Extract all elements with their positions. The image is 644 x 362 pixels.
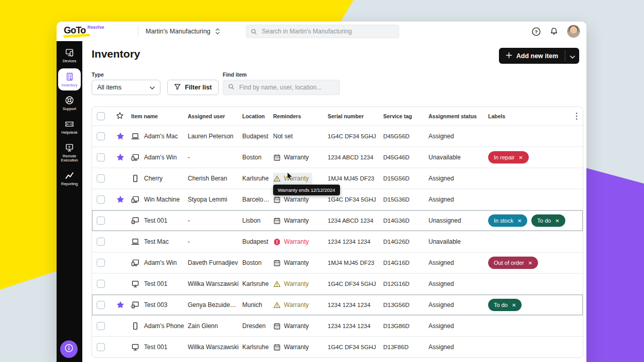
service-tag-cell: D14G36D [383, 218, 428, 224]
col-header-serial-number[interactable]: Serial number [328, 113, 383, 119]
global-search[interactable] [246, 25, 399, 38]
sidebar-item-label: Inventory [62, 83, 78, 88]
row-checkbox[interactable] [97, 343, 105, 351]
col-header-assignment-status[interactable]: Assignment status [428, 113, 488, 119]
item-name-cell[interactable]: Cherry [131, 174, 188, 183]
label-pill[interactable]: In stock✕ [488, 214, 527, 227]
reminder[interactable]: Warranty [273, 152, 312, 164]
add-new-item-label: Add new item [516, 52, 558, 60]
goto-logo[interactable]: GoTo Resolve [64, 25, 109, 38]
reminder[interactable]: Warranty [273, 341, 312, 353]
table-row: Adam's MacLauren PetersonBudapestNot set… [92, 125, 583, 147]
item-name-cell[interactable]: Test Mac [131, 238, 188, 246]
assignment-status-cell: Unavailable [428, 154, 488, 161]
assigned-user-cell: Genya Bezuidenhout... [188, 301, 242, 309]
row-checkbox[interactable] [97, 153, 105, 161]
find-item-input[interactable] [238, 83, 335, 92]
reminders-cell: Warranty [273, 299, 328, 311]
sidebar-item-reporting[interactable]: Reporting [57, 167, 82, 190]
star-filled-icon[interactable] [116, 153, 125, 162]
item-name-text: Cherry [144, 175, 163, 182]
item-name-cell[interactable]: Adam's Mac [131, 132, 188, 140]
label-remove-icon[interactable]: ✕ [528, 260, 532, 266]
item-name-cell[interactable]: Test 001 [131, 280, 188, 288]
label-pill[interactable]: To do✕ [531, 214, 565, 227]
row-checkbox[interactable] [97, 195, 105, 204]
select-all-checkbox[interactable] [97, 112, 105, 120]
kebab-icon[interactable] [570, 112, 583, 120]
row-checkbox[interactable] [97, 174, 105, 183]
sidebar-item-inventory[interactable]: Inventory [58, 68, 81, 91]
add-new-item-menu-button[interactable] [565, 48, 579, 64]
row-checkbox[interactable] [97, 322, 105, 330]
col-header-item-name[interactable]: Item name [131, 113, 188, 119]
sidebar-item-devices[interactable]: Devices [57, 44, 82, 67]
reminder[interactable]: Warranty [273, 257, 312, 269]
col-header-location[interactable]: Location [242, 113, 273, 119]
type-filter-select[interactable]: All items [92, 80, 160, 95]
star-filled-icon[interactable] [116, 300, 125, 310]
item-name-cell[interactable]: Adam's Win [131, 259, 188, 267]
col-header-assigned-user[interactable]: Assigned user [188, 113, 242, 119]
updown-chevron-icon [215, 27, 220, 35]
row-checkbox[interactable] [97, 301, 105, 309]
warning-icon [273, 175, 281, 183]
item-name-cell[interactable]: Adam's Win [131, 153, 188, 161]
col-header-service-tag[interactable]: Service tag [383, 113, 428, 119]
assigned-user-cell: - [188, 238, 242, 245]
item-name-text: Test 001 [144, 217, 167, 224]
label-remove-icon[interactable]: ✕ [512, 302, 516, 308]
star-filled-icon[interactable] [116, 132, 125, 141]
item-name-cell[interactable]: Test 003 [131, 301, 188, 309]
row-checkbox[interactable] [97, 216, 105, 225]
label-remove-icon[interactable]: ✕ [517, 218, 522, 224]
reminder[interactable]: Warranty [273, 278, 312, 290]
row-checkbox[interactable] [97, 259, 105, 267]
bell-icon[interactable] [549, 27, 558, 36]
reminder-text: Warranty [284, 322, 309, 330]
add-new-item-button[interactable]: Add new item [499, 48, 565, 64]
reminders-cell: Warranty [273, 257, 328, 269]
row-checkbox[interactable] [97, 238, 105, 246]
info-button[interactable] [60, 340, 78, 358]
reminders-cell: Warranty [273, 152, 328, 164]
avatar[interactable] [567, 25, 580, 38]
row-checkbox[interactable] [97, 132, 105, 140]
service-tag-cell: D13F86D [383, 344, 428, 350]
star-filled-icon[interactable] [116, 195, 125, 204]
serial-number-cell: 1234 ABCD 1234 [328, 218, 383, 224]
item-name-cell[interactable]: Test 001 [131, 343, 188, 351]
star-outline-icon[interactable] [116, 112, 125, 121]
row-checkbox[interactable] [97, 280, 105, 288]
sidebar-item-label: Remote Execution [58, 154, 81, 163]
sidebar-item-support[interactable]: Support [57, 92, 82, 115]
help-icon[interactable]: ? [532, 27, 541, 36]
label-remove-icon[interactable]: ✕ [518, 155, 523, 160]
reminder[interactable]: Warranty [273, 215, 312, 227]
find-item-field[interactable] [223, 80, 340, 95]
label-pill[interactable]: Out of order✕ [488, 257, 538, 269]
item-name-cell[interactable]: Win Machine [131, 195, 188, 204]
global-search-input[interactable] [261, 27, 395, 35]
item-name-text: Adam's Win [144, 259, 177, 266]
label-pill-text: To do [537, 218, 551, 224]
label-pill[interactable]: To do✕ [488, 299, 522, 311]
label-pill[interactable]: In repair✕ [488, 151, 529, 164]
topbar-divider [138, 26, 138, 37]
col-header-reminders[interactable]: Reminders [273, 113, 328, 119]
find-item-label: Find item [223, 71, 247, 78]
item-name-cell[interactable]: Test 001 [131, 216, 188, 225]
resolve-wordmark: Resolve [87, 25, 104, 30]
reminder[interactable]: Warranty [273, 299, 312, 311]
sidebar-item-remote-execution[interactable]: Remote Execution [57, 139, 82, 167]
filter-list-button[interactable]: Filter list [167, 80, 219, 95]
sidebar-item-helpdesk[interactable]: Helpdesk [57, 115, 82, 139]
label-remove-icon[interactable]: ✕ [555, 218, 559, 224]
helpdesk-icon [65, 119, 74, 129]
col-header-labels[interactable]: Labels [488, 113, 570, 119]
reminder[interactable]: Warranty [273, 236, 312, 248]
star-cell [110, 153, 131, 162]
item-name-cell[interactable]: Adam's Phone [131, 322, 188, 330]
reminder[interactable]: Warranty [273, 320, 312, 332]
org-selector[interactable]: Martin's Manufacturing [146, 27, 220, 35]
